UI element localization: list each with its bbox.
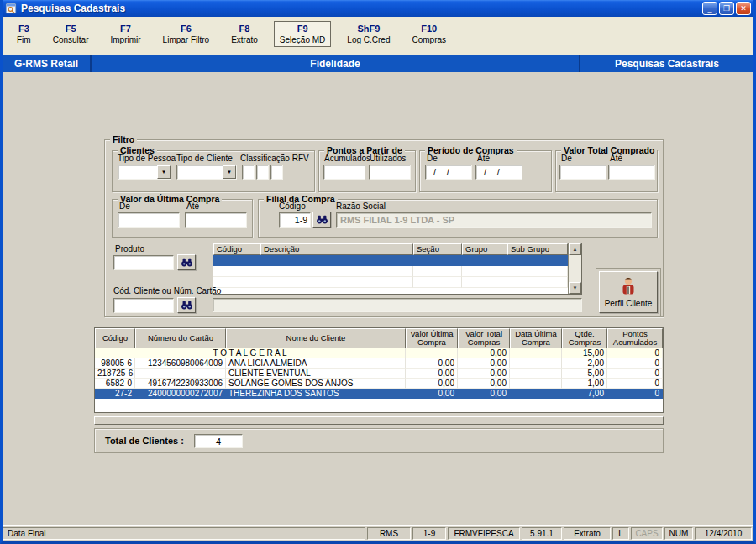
produto-input[interactable] (113, 255, 174, 270)
cod-cliente-label: Cód. Cliente ou Núm. Cartão (113, 286, 221, 296)
status-panel-date: 12/4/2010 (695, 527, 752, 540)
cod-cliente-input[interactable] (113, 298, 174, 313)
status-panel-caps: CAPS (631, 527, 663, 540)
toolbar-button-shf9[interactable]: ShF9 Log C.Cred (341, 21, 396, 47)
total-clientes-panel: Total de Clientes : 4 (94, 428, 664, 453)
cell-valor-ultima (406, 348, 458, 358)
cell-pontos: 0 (607, 358, 663, 369)
cell-qtde: 7,00 (562, 389, 607, 399)
cell-valor-ultima: 0,00 (406, 358, 458, 369)
perfil-cliente-panel: Perfil Cliente (596, 268, 661, 316)
produto-col-codigo[interactable]: Código (213, 243, 260, 255)
table-row[interactable]: 218725-6 CLIENTE EVENTUAL 0,00 0,00 5,00… (95, 369, 663, 379)
filial-search-button[interactable] (312, 212, 331, 228)
minimize-button[interactable]: _ (702, 2, 717, 15)
produto-row[interactable] (213, 266, 568, 277)
rfv-f-input[interactable] (256, 165, 269, 180)
produto-row-selected[interactable] (213, 255, 568, 266)
toolbar-label: Consultar (53, 35, 89, 44)
col-nome-cliente[interactable]: Nome do Cliente (226, 328, 406, 348)
col-valor-total[interactable]: Valor Total Compras (458, 328, 510, 348)
toolbar-label: Extrato (231, 35, 258, 44)
clientes-group: Clientes Tipo de Pessoa Tipo de Cliente … (112, 150, 315, 192)
valor-total-comprado-group: Valor Total Comprado De Até (555, 150, 658, 192)
col-pontos[interactable]: Pontos Acumulados (607, 328, 663, 348)
toolbar-button-f6[interactable]: F6 Limpar Filtro (157, 21, 216, 47)
cell-nome: ANA LICIA ALMEIDA (226, 358, 406, 369)
perfil-cliente-button[interactable]: Perfil Cliente (599, 271, 658, 313)
produto-col-grupo[interactable]: Grupo (462, 243, 507, 255)
periodo-ate-label: Até (477, 154, 490, 163)
toolbar-button-f3[interactable]: F3 Fim (11, 21, 37, 47)
tipo-pessoa-select[interactable]: ▼ (118, 165, 171, 180)
cell-codigo: 27-2 (95, 389, 135, 399)
statusbar: Data Final RMS 1-9 FRMVFIPESCA 5.91.1 Ex… (3, 525, 753, 541)
pontos-acumulados-input[interactable] (323, 165, 365, 180)
cliente-display-field (213, 298, 582, 312)
cod-cliente-search-button[interactable] (177, 297, 196, 313)
scroll-down-icon[interactable]: ▼ (569, 282, 581, 294)
col-valor-ultima[interactable]: Valor Última Compra (406, 328, 458, 348)
rfv-v-input[interactable] (270, 165, 283, 180)
toolbar-button-f8[interactable]: F8 Extrato (225, 21, 264, 47)
produto-col-descricao[interactable]: Descrição (260, 243, 413, 255)
cell-valor-ultima: 0,00 (406, 389, 458, 399)
toolbar-key: F6 (163, 24, 210, 34)
classificacao-rfv-label: Classificação RFV (240, 154, 309, 163)
col-data-ultima[interactable]: Data Última Compra (510, 328, 562, 348)
scroll-up-icon[interactable]: ▲ (569, 243, 581, 255)
razao-social-label: Razão Social (336, 201, 386, 211)
produto-col-secao[interactable]: Seção (413, 243, 462, 255)
toolbar-button-f10[interactable]: F10 Compras (406, 21, 452, 47)
produto-grid: Código Descrição Seção Grupo Sub Grupo ▲… (213, 243, 582, 295)
results-hscrollbar[interactable] (94, 416, 664, 425)
cell-valor-ultima: 0,00 (406, 379, 458, 389)
chevron-down-icon[interactable]: ▼ (223, 165, 236, 179)
col-qtde-compras[interactable]: Qtde. Compras (562, 328, 607, 348)
toolbar-button-f5[interactable]: F5 Consultar (47, 21, 95, 47)
cell-nome: SOLANGE GOMES DOS ANJOS (226, 379, 406, 389)
valor-ultima-de-input[interactable] (118, 212, 180, 228)
status-message: Data Final (3, 527, 365, 540)
results-grid: Código Número do Cartão Nome do Cliente … (94, 327, 664, 413)
col-codigo[interactable]: Código (95, 328, 135, 348)
rfv-r-input[interactable] (242, 165, 255, 180)
toolbar-label: Compras (412, 35, 446, 44)
valor-ultima-ate-input[interactable] (185, 212, 247, 228)
cell-valor-total: 0,00 (458, 369, 510, 379)
produto-col-subgrupo[interactable]: Sub Grupo (507, 243, 568, 255)
filial-codigo-input[interactable]: 1-9 (279, 212, 311, 228)
produto-scrollbar[interactable]: ▲ ▼ (568, 243, 581, 294)
cell-valor-ultima: 0,00 (406, 369, 458, 379)
filial-codigo-label: Código (279, 201, 306, 211)
produto-row[interactable] (213, 277, 568, 288)
pontos-utilizados-input[interactable] (369, 165, 411, 180)
valor-total-ate-input[interactable] (608, 165, 655, 180)
restore-button[interactable]: ❐ (719, 2, 734, 15)
cell-codigo: 218725-6 (95, 369, 135, 379)
filial-group: Filial da Compra Código Razão Social 1-9 (258, 199, 658, 238)
valor-total-de-input[interactable] (559, 165, 606, 180)
tipo-cliente-select[interactable]: ▼ (176, 165, 237, 180)
valor-total-de-label: De (561, 154, 572, 163)
toolbar-button-f7[interactable]: F7 Imprimir (104, 21, 146, 47)
close-button[interactable]: ✕ (736, 2, 751, 15)
table-row-selected[interactable]: 27-2 2400000000272007 THEREZINHA DOS SAN… (95, 389, 663, 399)
toolbar-button-f9[interactable]: F9 Seleção MD (274, 21, 331, 47)
cell-valor-total: 0,00 (458, 358, 510, 369)
table-row[interactable]: 6582-0 4916742230933006 SOLANGE GOMES DO… (95, 379, 663, 389)
toolbar-key: F9 (280, 24, 325, 34)
produto-search-button[interactable] (177, 254, 196, 270)
valor-ultima-compra-group: Valor da Última Compra De Até (112, 199, 253, 238)
table-row[interactable]: 98005-6 1234560980064009 ANA LICIA ALMEI… (95, 358, 663, 369)
toolbar-label: Imprimir (110, 35, 140, 44)
periodo-de-input[interactable]: / / (425, 165, 472, 180)
toolbar-key: F10 (412, 24, 446, 34)
titlebar: Pesquisas Cadastrais _ ❐ ✕ (3, 0, 753, 17)
cell-valor-total: 0,00 (458, 389, 510, 399)
col-numero-cartao[interactable]: Número do Cartão (135, 328, 226, 348)
chevron-down-icon[interactable]: ▼ (157, 165, 171, 179)
banner-module-name: Fidelidade (92, 55, 579, 72)
periodo-ate-input[interactable]: / / (475, 165, 522, 180)
cell-cartao: 4916742230933006 (135, 379, 226, 389)
